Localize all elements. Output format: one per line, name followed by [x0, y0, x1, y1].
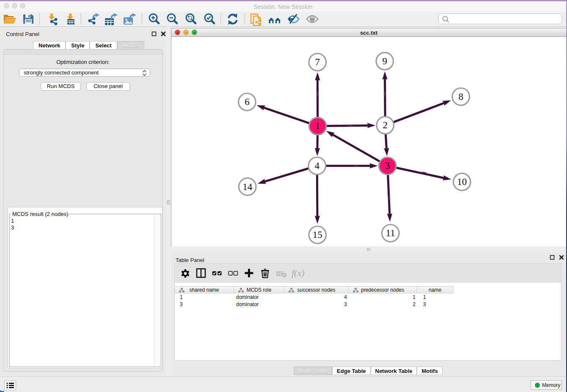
svg-text:8: 8: [458, 91, 463, 102]
svg-text:9: 9: [383, 56, 388, 66]
svg-text:11: 11: [386, 228, 395, 238]
svg-text:7: 7: [315, 57, 320, 67]
svg-text:15: 15: [313, 229, 322, 240]
svg-text:6: 6: [245, 97, 250, 107]
svg-text:1: 1: [315, 121, 320, 131]
svg-text:14: 14: [242, 182, 253, 192]
svg-text:3: 3: [385, 160, 390, 171]
svg-text:4: 4: [315, 160, 320, 171]
svg-text:2: 2: [383, 120, 388, 130]
svg-text:10: 10: [457, 177, 467, 187]
